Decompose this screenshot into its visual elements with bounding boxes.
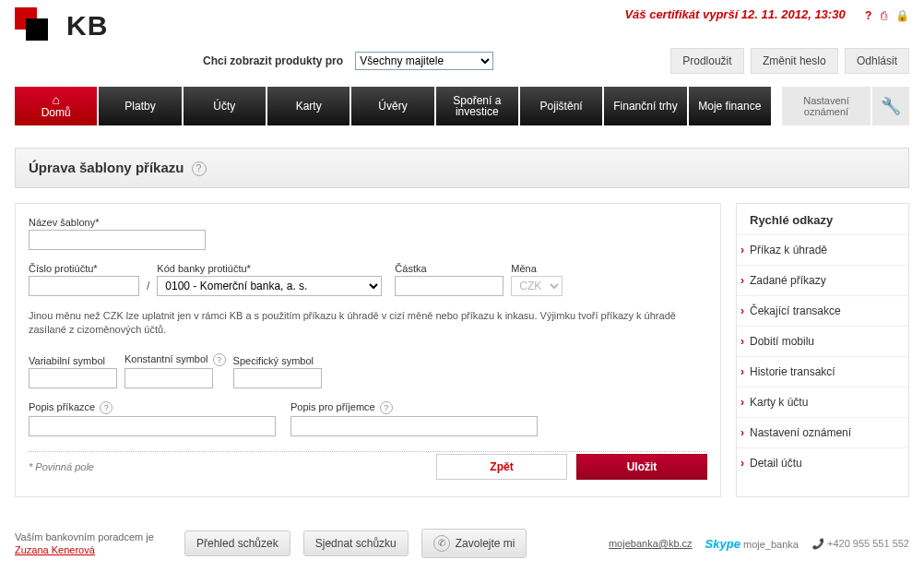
tools-button[interactable]: 🔧 (872, 87, 909, 125)
payee-desc-input[interactable] (290, 416, 538, 436)
advisor-name-link[interactable]: Zuzana Kenerová (15, 544, 95, 555)
help-icon[interactable]: ? (865, 9, 871, 22)
currency-label: Měna (511, 263, 563, 274)
skype-icon: Skype (705, 537, 740, 551)
phone-circle-icon: ✆ (433, 535, 450, 552)
certificate-warning: Váš certifikát vyprší 12. 11. 2012, 13:3… (624, 7, 845, 21)
meetings-overview-button[interactable]: Přehled schůzek (184, 530, 290, 556)
change-password-button[interactable]: Změnit heslo (751, 48, 838, 74)
template-name-input[interactable] (29, 230, 206, 250)
print-icon[interactable]: ⎙ (881, 9, 887, 22)
tab-savings[interactable]: Spoření a investice (436, 87, 518, 125)
quick-links-title: Rychlé odkazy (750, 213, 908, 227)
currency-select: CZK (511, 276, 563, 296)
logo-text: KB (66, 10, 108, 42)
page-title: Úprava šablony příkazu (29, 160, 184, 175)
logo[interactable]: KB (15, 7, 108, 44)
tab-home-label: Domů (18, 106, 93, 119)
counter-account-label: Číslo protiúčtu* (29, 263, 139, 274)
bank-code-label: Kód banky protiúčtu* (157, 263, 382, 274)
back-button[interactable]: Zpět (436, 454, 567, 480)
footer: Vaším bankovním poradcem je Zuzana Kener… (15, 529, 909, 558)
tab-payments[interactable]: Platby (99, 87, 181, 125)
form-panel: Název šablony* Číslo protiúčtu* / Kód ba… (15, 203, 721, 497)
tab-accounts[interactable]: Účty (184, 87, 266, 125)
quick-link[interactable]: Čekající transakce (737, 295, 908, 326)
email-link[interactable]: mojebanka@kb.cz (609, 538, 693, 549)
quick-link[interactable]: Detail účtu (737, 447, 908, 478)
skype-name[interactable]: moje_banka (743, 539, 799, 550)
quick-links-panel: Rychlé odkazy Příkaz k úhradě Zadané pří… (736, 203, 909, 497)
logout-button[interactable]: Odhlásit (845, 48, 909, 74)
quick-link[interactable]: Dobití mobilu (737, 326, 908, 356)
page-title-bar: Úprava šablony příkazu ? (15, 148, 909, 188)
tab-notification-settings[interactable]: Nastavení oznámení (782, 87, 871, 125)
payee-desc-label: Popis pro příjemce ? (290, 401, 538, 414)
tab-loans[interactable]: Úvěry (351, 87, 433, 125)
home-icon: ⌂ (18, 93, 93, 106)
ks-help-icon[interactable]: ? (213, 353, 226, 366)
quick-link[interactable]: Zadané příkazy (737, 265, 908, 295)
products-select[interactable]: Všechny majitele (355, 52, 493, 70)
tab-home[interactable]: ⌂ Domů (15, 87, 97, 125)
ss-input[interactable] (233, 368, 322, 388)
phone-icon: 📞 (811, 538, 824, 550)
divider (29, 451, 707, 452)
payer-desc-help-icon[interactable]: ? (100, 401, 113, 414)
counter-account-input[interactable] (29, 276, 139, 296)
currency-note: Jinou měnu než CZK lze uplatnit jen v rá… (29, 309, 707, 337)
slash-separator: / (147, 280, 149, 296)
bank-code-select[interactable]: 0100 - Komerční banka, a. s. (157, 276, 382, 296)
template-name-label: Název šablony* (29, 217, 707, 228)
advisor-lead: Vaším bankovním poradcem je (15, 531, 154, 542)
ss-label: Specifický symbol (233, 355, 322, 366)
quick-link[interactable]: Historie transakcí (737, 356, 908, 387)
main-nav: ⌂ Domů Platby Účty Karty Úvěry Spoření a… (0, 87, 924, 125)
payer-desc-input[interactable] (29, 416, 276, 436)
arrange-meeting-button[interactable]: Sjednat schůzku (303, 530, 409, 556)
call-me-button[interactable]: ✆Zavolejte mi (421, 529, 527, 558)
payee-desc-help-icon[interactable]: ? (380, 401, 393, 414)
vs-input[interactable] (29, 368, 117, 388)
ks-input[interactable] (124, 368, 213, 388)
logo-mark (15, 7, 57, 44)
tab-my-finance[interactable]: Moje finance (689, 87, 771, 125)
quick-link[interactable]: Karty k účtu (737, 387, 908, 417)
tab-markets[interactable]: Finanční trhy (604, 87, 686, 125)
products-label: Chci zobrazit produkty pro (203, 54, 343, 67)
telephone: 📞 +420 955 551 552 (811, 538, 909, 550)
title-help-icon[interactable]: ? (192, 161, 207, 176)
extend-button[interactable]: Prodloužit (670, 48, 743, 74)
tab-insurance[interactable]: Pojištění (520, 87, 602, 125)
ks-label: Konstantní symbol ? (124, 353, 226, 366)
tab-cards[interactable]: Karty (267, 87, 349, 125)
quick-link[interactable]: Příkaz k úhradě (737, 234, 908, 265)
amount-label: Částka (395, 263, 503, 274)
vs-label: Variabilní symbol (29, 355, 117, 366)
save-button[interactable]: Uložit (576, 454, 707, 480)
payer-desc-label: Popis příkazce ? (29, 401, 276, 414)
advisor-block: Vaším bankovním poradcem je Zuzana Kener… (15, 530, 172, 556)
quick-link[interactable]: Nastavení oznámení (737, 417, 908, 447)
lock-icon[interactable]: 🔒 (895, 9, 909, 22)
amount-input[interactable] (395, 276, 503, 296)
wrench-icon: 🔧 (881, 96, 901, 116)
